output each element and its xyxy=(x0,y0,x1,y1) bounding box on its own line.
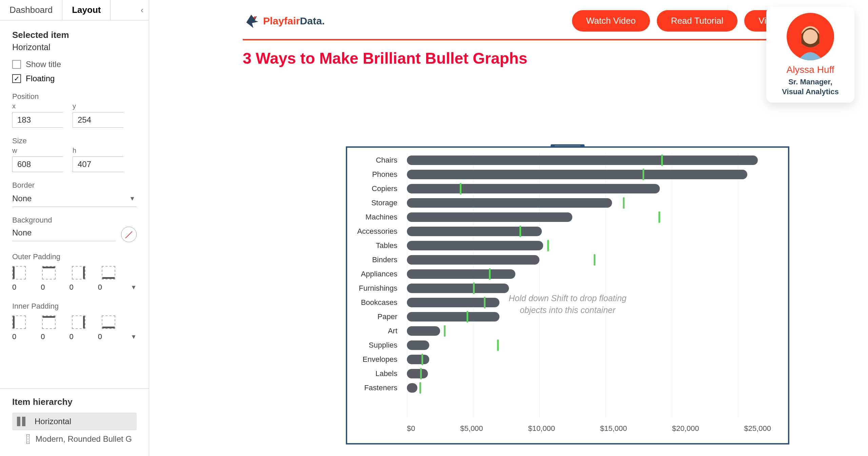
category-label: Storage xyxy=(356,199,407,207)
target-marker xyxy=(460,183,461,194)
target-marker xyxy=(473,283,475,294)
chart-row: Binders xyxy=(356,253,771,267)
axis-tick: $20,000 xyxy=(672,424,699,433)
horizontal-container-icon xyxy=(17,417,28,426)
dashboard-canvas[interactable]: PlayfairData. Watch Video Read Tutorial … xyxy=(149,0,868,456)
chart-row: Furnishings xyxy=(356,281,771,295)
chart-row: Bookcases xyxy=(356,295,771,310)
actual-bar xyxy=(407,198,612,208)
actual-bar xyxy=(407,227,542,236)
pad-left-icon[interactable] xyxy=(12,315,26,329)
position-x-input[interactable]: ▲▼ xyxy=(12,112,63,128)
actual-bar xyxy=(407,298,499,307)
actual-bar xyxy=(407,340,429,350)
bar-track xyxy=(407,367,771,381)
chart-row: Tables xyxy=(356,239,771,253)
border-value: None xyxy=(12,194,32,203)
selected-item-value: Horizontal xyxy=(12,42,137,52)
read-tutorial-button[interactable]: Read Tutorial xyxy=(657,10,738,32)
background-color-swatch[interactable] xyxy=(121,227,137,242)
category-label: Furnishings xyxy=(356,284,407,293)
actual-bar xyxy=(407,156,758,165)
hierarchy-item-bullet[interactable]: Modern, Rounded Bullet G xyxy=(12,430,137,448)
actual-bar xyxy=(407,269,515,279)
bar-track xyxy=(407,352,771,367)
outer-padding-values[interactable]: 0 0 0 0 ▼ xyxy=(12,283,137,292)
category-label: Labels xyxy=(356,369,407,378)
position-y-input[interactable]: ▲▼ xyxy=(73,112,123,128)
actual-bar xyxy=(407,255,539,265)
bar-track xyxy=(407,253,771,267)
logo-text-playfair: Playfair xyxy=(263,15,300,26)
bar-track xyxy=(407,267,771,281)
size-label: Size xyxy=(12,137,137,145)
bar-track xyxy=(407,295,771,310)
actual-bar xyxy=(407,284,509,293)
target-marker xyxy=(547,240,549,251)
selected-item-label: Selected item xyxy=(12,30,137,40)
actual-bar xyxy=(407,383,417,393)
hierarchy-item-label: Modern, Rounded Bullet G xyxy=(36,434,132,444)
pad-val: 0 xyxy=(12,332,16,341)
pad-val: 0 xyxy=(98,332,102,341)
target-marker xyxy=(419,382,421,394)
floating-checkbox[interactable]: ✓ Floating xyxy=(12,74,137,83)
position-y-field[interactable] xyxy=(73,112,149,127)
actual-bar xyxy=(407,326,440,336)
checkbox-icon xyxy=(12,60,21,69)
hierarchy-item-horizontal[interactable]: Horizontal xyxy=(12,413,137,430)
bar-track xyxy=(407,310,771,324)
category-label: Tables xyxy=(356,241,407,250)
category-label: Paper xyxy=(356,312,407,321)
author-role: Sr. Manager,Visual Analytics xyxy=(771,77,850,97)
floating-container[interactable]: ✕ ▼ ChairsPhonesCopiersStorageMachinesAc… xyxy=(346,146,789,444)
axis-tick: $10,000 xyxy=(528,424,555,433)
show-title-label: Show title xyxy=(26,60,61,69)
pad-top-icon[interactable] xyxy=(42,266,56,279)
show-title-checkbox[interactable]: Show title xyxy=(12,60,137,69)
chevron-down-icon: ▼ xyxy=(131,333,137,340)
target-marker xyxy=(519,226,521,237)
bar-track xyxy=(407,210,771,224)
actual-bar xyxy=(407,184,660,193)
pad-left-icon[interactable] xyxy=(12,266,26,279)
tab-layout[interactable]: Layout xyxy=(62,0,111,20)
target-marker xyxy=(643,169,644,180)
target-marker xyxy=(489,268,491,280)
tab-dashboard[interactable]: Dashboard xyxy=(0,0,62,20)
svg-point-2 xyxy=(803,29,817,44)
bar-track xyxy=(407,196,771,210)
x-label: x xyxy=(12,102,63,110)
pad-bottom-icon[interactable] xyxy=(102,315,115,329)
size-h-input[interactable]: ▲▼ xyxy=(73,157,123,172)
actual-bar xyxy=(407,369,428,378)
chart-row: Envelopes xyxy=(356,352,771,367)
size-w-input[interactable]: ▲▼ xyxy=(12,157,63,172)
position-label: Position xyxy=(12,92,137,101)
pad-right-icon[interactable] xyxy=(72,315,85,329)
border-dropdown[interactable]: None ▼ xyxy=(12,191,137,207)
chart-row: Machines xyxy=(356,210,771,224)
chart-row: Paper xyxy=(356,310,771,324)
watch-video-button[interactable]: Watch Video xyxy=(572,10,650,32)
background-value[interactable]: None xyxy=(12,228,116,241)
author-card: Alyssa Huff Sr. Manager,Visual Analytics xyxy=(766,7,854,103)
sidebar-collapse-icon[interactable]: ‹ xyxy=(135,5,149,15)
bar-track xyxy=(407,324,771,338)
inner-padding-icons xyxy=(12,315,137,329)
chart-rows: ChairsPhonesCopiersStorageMachinesAccess… xyxy=(356,153,771,417)
pad-top-icon[interactable] xyxy=(42,315,56,329)
target-marker xyxy=(658,211,660,223)
size-h-field[interactable] xyxy=(73,157,149,172)
bar-track xyxy=(407,167,771,182)
outer-padding-label: Outer Padding xyxy=(12,252,137,261)
inner-padding-label: Inner Padding xyxy=(12,302,137,311)
checkbox-icon: ✓ xyxy=(12,74,21,83)
category-label: Envelopes xyxy=(356,355,407,364)
actual-bar xyxy=(407,212,572,222)
pad-bottom-icon[interactable] xyxy=(102,266,115,279)
axis-tick: $15,000 xyxy=(600,424,627,433)
pad-right-icon[interactable] xyxy=(72,266,85,279)
inner-padding-values[interactable]: 0 0 0 0 ▼ xyxy=(12,332,137,341)
chart-row: Appliances xyxy=(356,267,771,281)
